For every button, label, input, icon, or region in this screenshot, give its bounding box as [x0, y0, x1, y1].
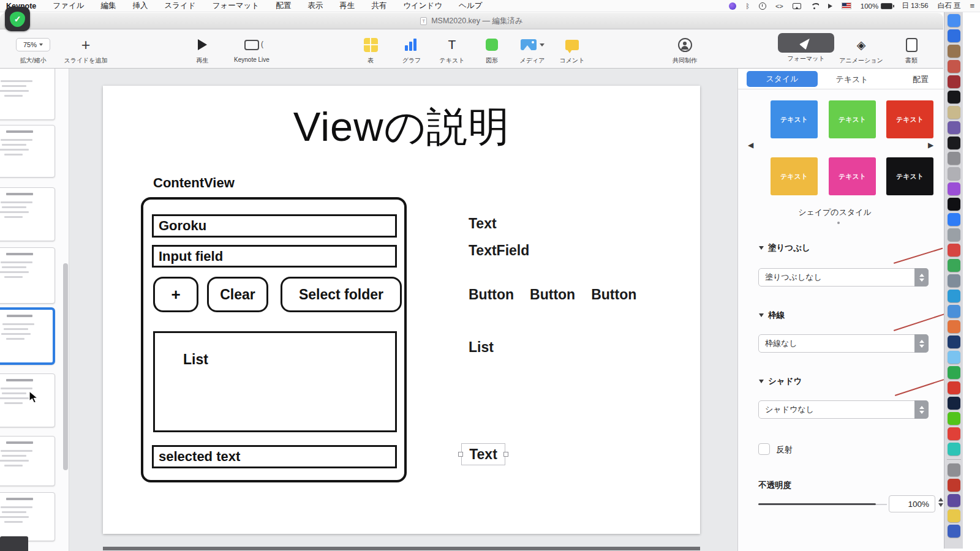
shadow-section-header[interactable]: シャドウ	[759, 376, 802, 387]
menu-item-9[interactable]: 共有	[371, 1, 386, 11]
dock-app-icon-27[interactable]	[948, 412, 960, 425]
slide-canvas[interactable]: Viewの説明 ContentView Goroku Input field +…	[69, 69, 737, 551]
wireframe-text-field[interactable]: Goroku	[152, 214, 397, 238]
tab-arrange[interactable]: 配置	[901, 74, 940, 85]
wifi-icon[interactable]	[810, 3, 819, 9]
slide-thumbnail-7[interactable]	[0, 436, 55, 486]
zoom-button[interactable]: 75%	[16, 38, 50, 51]
dock-app-icon-31[interactable]	[948, 479, 960, 492]
slide-thumbnail-2[interactable]	[0, 125, 55, 178]
dock-app-icon-16[interactable]	[948, 244, 960, 257]
animate-button[interactable]: ◈ アニメーション	[838, 34, 884, 65]
menu-item-6[interactable]: 配置	[276, 1, 291, 11]
bluetooth-icon[interactable]: ᛒ	[745, 2, 750, 10]
dock-app-icon-17[interactable]	[948, 259, 960, 272]
format-button[interactable]: フォーマット	[777, 32, 835, 63]
insert-text-button[interactable]: T テキスト	[435, 34, 469, 65]
wireframe-list-box[interactable]: List	[153, 331, 397, 432]
dock-app-icon-5[interactable]	[948, 75, 960, 88]
opacity-stepper[interactable]	[938, 498, 943, 507]
shape-style-swatch-3[interactable]: テキスト	[886, 100, 933, 138]
dock-app-icon-8[interactable]	[948, 121, 960, 134]
slide-thumbnail-6[interactable]	[0, 373, 55, 427]
dock-app-icon-11[interactable]	[948, 167, 960, 180]
dock-app-icon-3[interactable]	[948, 45, 960, 58]
collaborate-button[interactable]: 共同制作	[665, 34, 705, 65]
insert-shape-button[interactable]: 図形	[477, 34, 507, 65]
dock-app-icon-1[interactable]	[948, 14, 960, 27]
tab-style[interactable]: スタイル	[747, 71, 818, 87]
dock-app-icon-15[interactable]	[948, 228, 960, 241]
volume-icon[interactable]	[828, 4, 832, 9]
slide-thumbnail-partial[interactable]	[0, 536, 28, 551]
annotation-textfield[interactable]: TextField	[469, 242, 529, 259]
dock-app-icon-33[interactable]	[948, 509, 960, 522]
dock-app-icon-21[interactable]	[948, 320, 960, 333]
selection-handle-right[interactable]	[503, 452, 508, 457]
menu-item-8[interactable]: 再生	[339, 1, 355, 11]
slide-thumbnail-1[interactable]	[0, 69, 55, 120]
screen-share-badge[interactable]: ✓	[5, 7, 30, 31]
add-slide[interactable]: + スライドを追加	[61, 34, 110, 65]
border-dropdown[interactable]: 枠線なし	[758, 334, 929, 353]
annotation-text[interactable]: Text	[469, 216, 497, 232]
dock-app-icon-32[interactable]	[948, 494, 960, 507]
content-view-label[interactable]: ContentView	[153, 175, 235, 191]
menu-item-3[interactable]: 挿入	[133, 1, 148, 11]
document-proxy-icon[interactable]: T	[420, 17, 427, 25]
dock-app-icon-20[interactable]	[948, 305, 960, 318]
window-title-bar[interactable]: T MSM2020.key — 編集済み	[0, 13, 943, 29]
insert-comment-button[interactable]: コメント	[554, 34, 590, 65]
shape-style-swatch-4[interactable]: テキスト	[771, 157, 818, 195]
menu-item-4[interactable]: スライド	[165, 1, 196, 11]
wireframe-selected-text-field[interactable]: selected text	[152, 445, 397, 468]
fill-dropdown[interactable]: 塗りつぶしなし	[758, 268, 929, 287]
dock-app-icon-7[interactable]	[948, 106, 960, 119]
user-menu[interactable]: 白石 亘	[938, 1, 961, 10]
slide-thumbnail-3[interactable]	[0, 187, 55, 241]
dock-app-icon-10[interactable]	[948, 152, 960, 165]
annotation-button-3[interactable]: Button	[591, 287, 636, 303]
wireframe-input-field[interactable]: Input field	[152, 245, 397, 268]
shape-style-swatch-1[interactable]: テキスト	[771, 100, 818, 138]
dock-app-icon-26[interactable]	[948, 397, 960, 410]
opacity-slider[interactable]	[758, 503, 876, 505]
annotation-selected-text[interactable]: Text	[461, 443, 505, 465]
dock-app-icon-22[interactable]	[948, 335, 960, 348]
dock-app-icon-12[interactable]	[948, 182, 960, 195]
insert-table-button[interactable]: 表	[355, 34, 386, 65]
shape-style-swatch-5[interactable]: テキスト	[829, 157, 876, 195]
dock-app-icon-29[interactable]	[948, 443, 960, 455]
reflection-checkbox[interactable]	[758, 443, 770, 455]
battery-status[interactable]: 100%	[861, 2, 892, 10]
clock-text[interactable]: 日 13:56	[902, 1, 928, 10]
dock-app-icon-19[interactable]	[948, 290, 960, 302]
code-brackets-icon[interactable]: <>	[775, 2, 783, 10]
menu-item-1[interactable]: ファイル	[53, 1, 84, 11]
stepper-icon[interactable]	[914, 400, 929, 419]
assistant-icon[interactable]	[729, 2, 736, 10]
insert-media-button[interactable]: メディア	[513, 34, 551, 65]
dock-app-icon-30[interactable]	[948, 463, 960, 476]
annotation-list[interactable]: List	[469, 339, 494, 356]
stepper-icon[interactable]	[914, 268, 929, 287]
menu-item-5[interactable]: フォーマット	[213, 1, 259, 11]
menu-item-7[interactable]: 表示	[307, 1, 323, 11]
wireframe-select-folder-button[interactable]: Select folder	[281, 277, 402, 312]
play-button[interactable]: 再生	[187, 34, 217, 65]
dock-app-icon-23[interactable]	[948, 351, 960, 364]
slide-thumbnail-5[interactable]	[0, 307, 55, 365]
slide[interactable]: Viewの説明 ContentView Goroku Input field +…	[103, 86, 700, 534]
dock-app-icon-14[interactable]	[948, 213, 960, 226]
stepper-icon[interactable]	[914, 334, 929, 353]
menu-item-11[interactable]: ヘルプ	[459, 1, 482, 11]
dock-app-icon-9[interactable]	[948, 137, 960, 149]
wireframe-clear-button[interactable]: Clear	[207, 277, 268, 312]
navigator-scrollbar[interactable]	[63, 263, 68, 470]
shadow-dropdown[interactable]: シャドウなし	[758, 400, 929, 419]
annotation-button-1[interactable]: Button	[469, 287, 514, 303]
selection-handle-left[interactable]	[458, 452, 463, 457]
fill-section-header[interactable]: 塗りつぶし	[759, 242, 810, 253]
annotation-button-2[interactable]: Button	[530, 287, 575, 303]
slide-thumbnail-8[interactable]	[0, 492, 55, 541]
